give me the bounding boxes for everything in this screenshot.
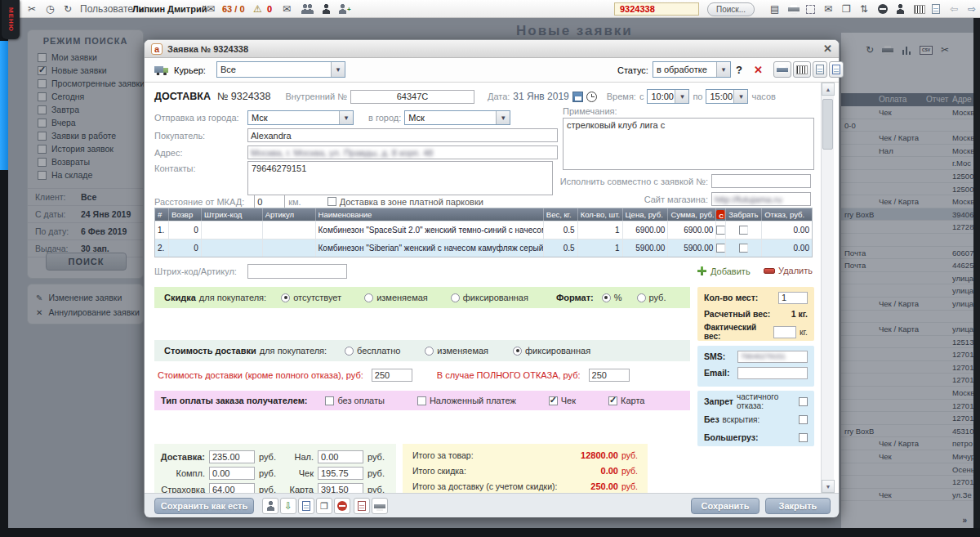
email-input[interactable] [737, 367, 808, 379]
remove-item-button[interactable]: Удалить [764, 266, 813, 275]
save-as-is-button[interactable]: Сохранить как есть [154, 498, 254, 514]
discount-radio-option[interactable]: фиксированная [451, 293, 528, 302]
notes-textarea[interactable]: стрелковый клуб лига с [563, 118, 814, 170]
total-input[interactable]: 64.00 [209, 483, 255, 493]
cancel-doc-icon[interactable] [354, 498, 370, 514]
flag-checkbox[interactable] [799, 415, 808, 424]
status-select[interactable]: в обработке [653, 61, 731, 78]
print-button[interactable] [773, 61, 791, 78]
cost-radio-option[interactable]: изменяемая [425, 346, 488, 356]
scrollbar-thumb[interactable] [822, 99, 833, 150]
tools-icon[interactable]: ✂ [28, 0, 36, 18]
close-button[interactable]: Закрыть [765, 498, 831, 514]
close-icon[interactable]: ✕ [823, 43, 832, 55]
search-input[interactable] [614, 2, 699, 16]
payment-checkbox-option[interactable]: Чек [549, 396, 576, 405]
cost-radio-option[interactable]: бесплатно [345, 346, 400, 356]
print-icon[interactable] [788, 0, 800, 18]
scroll-up-icon[interactable]: ▲ [822, 83, 835, 96]
save-button[interactable]: Сохранить [691, 498, 760, 514]
block-icon[interactable] [878, 0, 888, 18]
barcode-icon[interactable] [914, 0, 925, 18]
dialog-scrollbar[interactable]: ▲ ▼ [821, 83, 834, 493]
mail2-icon[interactable]: ✉ [283, 0, 291, 18]
total-input[interactable]: 195.75 [318, 467, 363, 480]
print-act-icon[interactable] [372, 498, 388, 514]
mkad-input[interactable] [254, 195, 285, 208]
help-button[interactable]: ? [736, 64, 742, 76]
scroll-down-icon[interactable]: ▼ [822, 480, 835, 493]
take-checkbox[interactable] [739, 226, 748, 235]
total-input[interactable]: 235.00 [209, 450, 255, 463]
flag-checkbox[interactable] [799, 433, 808, 442]
joint-input[interactable] [711, 174, 811, 188]
barcode-entry-input[interactable] [247, 264, 347, 279]
payment-checkbox-option[interactable]: Карта [608, 396, 644, 405]
menu-tab[interactable]: МЕНЮ [2, 0, 20, 39]
paid-parking-checkbox[interactable] [327, 197, 336, 206]
discount-radio-option[interactable]: изменяемая [364, 293, 428, 302]
sync-icon[interactable]: ⇅ [860, 0, 868, 18]
barcode-button[interactable] [793, 61, 811, 78]
invoice-doc-button[interactable] [829, 61, 844, 78]
clock-icon[interactable]: ◷ [46, 0, 54, 18]
back-icon[interactable]: ⇦ [950, 0, 958, 18]
add-item-button[interactable]: Добавить [697, 266, 751, 276]
payment-checkbox[interactable] [325, 396, 334, 405]
copy-doc-icon[interactable]: ❐ [316, 498, 332, 514]
from-city-select[interactable]: Мск [247, 110, 354, 125]
contact-edit-icon[interactable] [262, 498, 278, 514]
format-radio-option[interactable]: % [602, 293, 622, 302]
label-doc-button[interactable] [813, 61, 827, 78]
payment-checkbox[interactable] [608, 396, 617, 405]
refresh-icon[interactable]: ↻ [64, 0, 72, 18]
profile-icon[interactable] [896, 0, 905, 18]
total-input[interactable]: 0.00 [318, 450, 363, 463]
take-checkbox[interactable] [739, 244, 748, 253]
refuse-cost-input[interactable] [589, 369, 630, 382]
forward-icon[interactable]: ⇨ [968, 0, 976, 18]
cost-input[interactable] [372, 369, 412, 382]
buyer-input[interactable] [247, 128, 558, 142]
payment-checkbox[interactable] [417, 396, 426, 405]
c-checkbox[interactable] [716, 226, 725, 235]
time-to-select[interactable]: 15:00 [706, 89, 748, 104]
cancel-circle-icon[interactable] [334, 498, 350, 514]
blue-doc-icon[interactable] [298, 498, 314, 514]
payment-checkbox-option[interactable]: Наложенный платеж [417, 396, 516, 405]
time-from-select[interactable]: 10:00 [647, 89, 689, 104]
warning-icon[interactable]: ⚠ [253, 0, 262, 18]
copy-icon[interactable]: ❐ [842, 0, 851, 18]
flag-checkbox[interactable] [799, 397, 808, 406]
document-icon[interactable] [932, 0, 940, 18]
sms-input[interactable]: 79646279151 [737, 351, 808, 363]
payment-checkbox[interactable] [549, 396, 558, 405]
places-input[interactable] [778, 292, 808, 304]
payment-checkbox-option[interactable]: без оплаты [325, 396, 384, 405]
courier-select[interactable]: Все [216, 61, 345, 78]
user-add-icon[interactable]: + [338, 0, 351, 18]
user-dark-icon[interactable] [322, 0, 331, 18]
fact-weight-input[interactable] [773, 326, 796, 338]
journal-icon[interactable]: ▤ [770, 0, 779, 18]
delete-icon[interactable]: ✕ [754, 64, 763, 76]
select-region-icon[interactable] [806, 0, 815, 18]
export-down-icon[interactable]: ⇩ [280, 498, 296, 514]
calendar-icon[interactable] [572, 92, 583, 102]
to-city-select[interactable]: Мск [404, 110, 510, 125]
item-row[interactable]: 2.0 Комбинезон "Siberian" женский с наче… [155, 239, 812, 257]
total-input[interactable]: 0.00 [209, 467, 255, 480]
users-group-icon[interactable] [301, 0, 314, 18]
item-row[interactable]: 1.0 Комбинезон "SpaceSuit 2.0" женский т… [155, 221, 812, 239]
site-input[interactable]: http://futujama.ru [711, 192, 811, 206]
cost-radio-option[interactable]: фиксированная [513, 346, 590, 356]
search-button[interactable]: Поиск... [707, 2, 755, 16]
mail-icon[interactable]: ✉ [207, 0, 215, 18]
internal-number-input[interactable] [350, 90, 474, 104]
c-checkbox[interactable] [716, 244, 725, 253]
discount-radio-option[interactable]: отсутствует [281, 293, 341, 302]
address-input[interactable]: Москва, г. Москва, ул. Правды, д. 8 корп… [247, 145, 558, 159]
time-icon[interactable] [586, 92, 597, 102]
message-icon[interactable]: ✉ [824, 0, 832, 18]
total-input[interactable]: 391.50 [318, 483, 363, 493]
